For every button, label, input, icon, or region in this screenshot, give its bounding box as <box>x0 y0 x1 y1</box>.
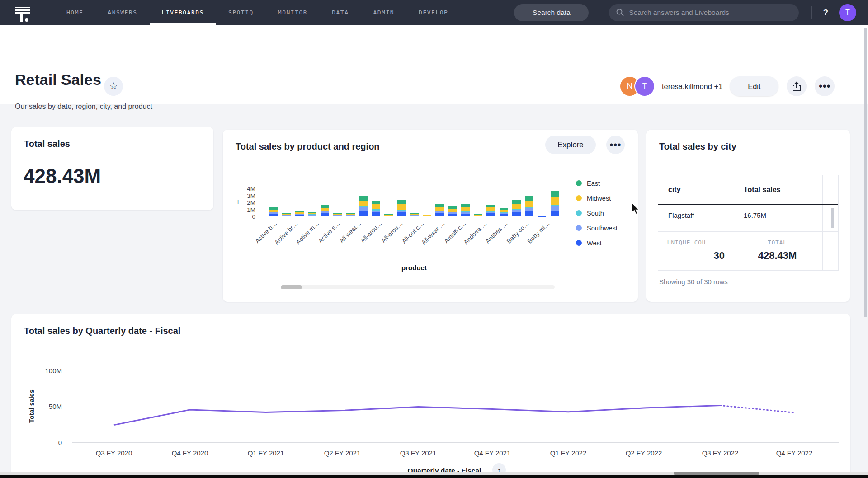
window-horizontal-scrollbar-thumb[interactable] <box>674 472 760 475</box>
stacked-bar[interactable] <box>461 204 470 216</box>
legend-dot-icon <box>576 225 582 231</box>
table-partial-row <box>658 225 838 232</box>
legend-dot-icon <box>576 210 582 216</box>
column-header-city[interactable]: city <box>658 175 732 204</box>
bar-x-tick: All-arou… <box>364 220 404 260</box>
column-header-total-sales[interactable]: Total sales <box>732 175 823 204</box>
more-icon: ••• <box>609 139 621 151</box>
legend-label: Midwest <box>587 195 611 202</box>
author-avatar-t[interactable]: T <box>635 77 654 96</box>
bar-x-tick: Amalfi c… <box>427 220 467 260</box>
legend-item-south[interactable]: South <box>576 206 618 220</box>
stacked-bar[interactable] <box>486 205 495 216</box>
stacked-bar[interactable] <box>397 200 406 216</box>
tile-sales-by-city: Total sales by city city Total sales Fla… <box>646 130 850 302</box>
bar-segment-southwest <box>551 206 559 211</box>
legend-item-east[interactable]: East <box>576 176 618 191</box>
window-horizontal-scrollbar[interactable] <box>0 472 868 475</box>
nav-item-liveboards[interactable]: LIVEBOARDS <box>150 0 216 25</box>
legend-item-west[interactable]: West <box>576 235 618 250</box>
table-scrollbar-thumb[interactable] <box>831 208 834 228</box>
bar-segment-midwest <box>359 201 368 206</box>
bar-x-tick: All-arou… <box>343 220 383 260</box>
stacked-bar[interactable] <box>525 196 533 216</box>
stacked-bar[interactable] <box>295 211 304 216</box>
table-row-count: Showing 30 of 30 rows <box>659 278 728 286</box>
bar-x-tick: Active br… <box>259 220 299 260</box>
line-x-tick: Q4 FY 2020 <box>158 449 222 457</box>
nav-menu: HOMEANSWERSLIVEBOARDSSPOTIQMONITORDATAAD… <box>54 0 460 25</box>
nav-item-monitor[interactable]: MONITOR <box>266 0 320 25</box>
search-input[interactable] <box>629 9 792 17</box>
help-icon[interactable]: ? <box>823 8 828 18</box>
bar-segment-midwest <box>435 207 444 210</box>
bar-segment-west <box>474 216 482 216</box>
nav-divider <box>811 6 812 19</box>
bar-segment-west <box>282 216 291 216</box>
chart-scrollbar-thumb[interactable] <box>281 285 302 289</box>
search-data-button[interactable]: Search data <box>514 4 589 21</box>
stacked-bar[interactable] <box>538 216 546 216</box>
more-options-button[interactable]: ••• <box>815 76 835 96</box>
bar-segment-west <box>500 214 508 216</box>
stacked-bar[interactable] <box>321 205 329 216</box>
line-x-tick: Q3 FY 2021 <box>387 449 450 457</box>
stacked-bar[interactable] <box>384 214 393 216</box>
stacked-bar[interactable] <box>282 213 291 216</box>
stacked-bar[interactable] <box>372 201 380 216</box>
chart-scrollbar-track[interactable] <box>281 285 555 289</box>
tile-product-region: Total sales by product and region Explor… <box>223 130 638 302</box>
global-search[interactable] <box>609 4 799 21</box>
legend-dot-icon <box>576 180 582 186</box>
bar-x-tick: Active b… <box>238 220 278 260</box>
nav-item-answers[interactable]: ANSWERS <box>95 0 149 25</box>
edit-button[interactable]: Edit <box>730 76 778 96</box>
nav-item-develop[interactable]: DEVELOP <box>406 0 460 25</box>
bar-y-tick: 4M <box>236 185 255 192</box>
nav-item-data[interactable]: DATA <box>320 0 361 25</box>
share-button[interactable] <box>787 76 807 96</box>
window-bottom-edge <box>0 475 868 478</box>
line-x-tick: Q3 FY 2020 <box>82 449 146 457</box>
bar-y-tick: 3M <box>236 192 255 199</box>
bar-segment-west <box>269 214 278 216</box>
favorite-star-icon[interactable]: ☆ <box>104 77 123 96</box>
stacked-bar[interactable] <box>346 213 355 216</box>
stacked-bar[interactable] <box>551 191 559 216</box>
summary-value: 30 <box>658 250 732 262</box>
legend-label: Southwest <box>587 225 618 232</box>
legend-dot-icon <box>576 240 582 246</box>
thoughtspot-logo-icon[interactable] <box>14 3 32 22</box>
stacked-bar[interactable] <box>512 200 521 216</box>
nav-item-admin[interactable]: ADMIN <box>361 0 406 25</box>
stacked-bar[interactable] <box>269 207 278 216</box>
tile-title: Total sales by city <box>659 141 736 152</box>
stacked-bar[interactable] <box>435 204 444 216</box>
legend-label: South <box>587 210 604 217</box>
stacked-bar[interactable] <box>423 215 431 216</box>
stacked-bar[interactable] <box>308 212 316 216</box>
city-table: city Total sales Flagstaff16.75M UNIQUE … <box>658 175 839 271</box>
nav-item-spotiq[interactable]: SPOTIQ <box>216 0 266 25</box>
tile-total-sales[interactable]: Total sales 428.43M <box>11 127 213 210</box>
legend-dot-icon <box>576 195 582 201</box>
bar-x-tick: Active s… <box>301 220 341 260</box>
user-avatar[interactable]: T <box>839 4 856 21</box>
stacked-bar[interactable] <box>500 208 508 216</box>
chart-legend: EastMidwestSouthSouthwestWest <box>576 176 618 250</box>
bar-segment-west <box>525 211 533 216</box>
stacked-bar[interactable] <box>474 214 482 216</box>
stacked-bar[interactable] <box>359 196 368 216</box>
table-row[interactable]: Flagstaff16.75M <box>658 205 838 225</box>
stacked-bar[interactable] <box>410 213 419 216</box>
window-vertical-scrollbar-thumb[interactable] <box>864 28 867 317</box>
bar-y-tick: 0 <box>236 213 255 220</box>
stacked-bar[interactable] <box>448 206 457 216</box>
nav-item-home[interactable]: HOME <box>54 0 95 25</box>
bar-segment-midwest <box>486 207 495 211</box>
legend-item-southwest[interactable]: Southwest <box>576 220 618 235</box>
tile-more-options-button[interactable]: ••• <box>606 136 625 154</box>
stacked-bar[interactable] <box>333 213 342 216</box>
line-x-tick: Q3 FY 2022 <box>689 449 752 457</box>
legend-item-midwest[interactable]: Midwest <box>576 191 618 206</box>
